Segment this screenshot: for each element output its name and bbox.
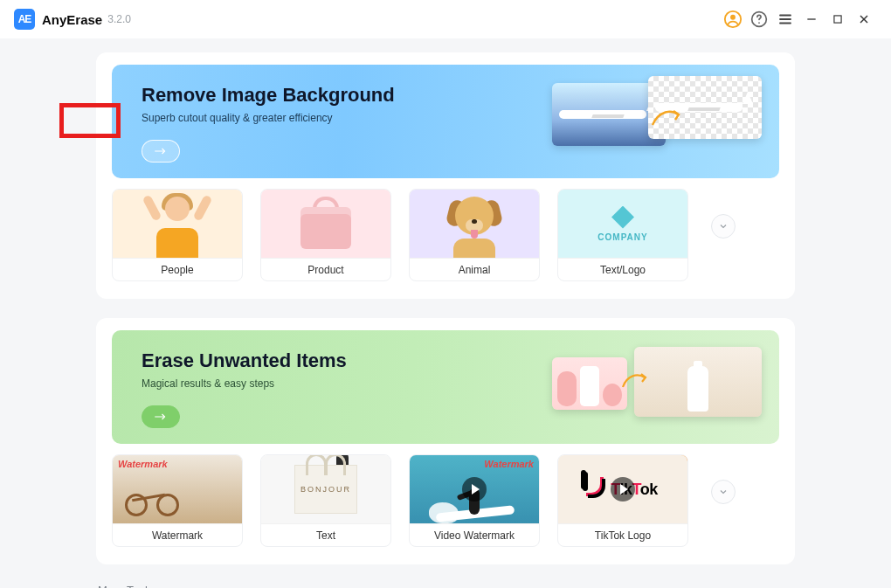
category-label: Video Watermark bbox=[410, 523, 539, 546]
bg-category-row: People Product Animal COMPANY Text/Lo bbox=[112, 189, 779, 281]
watermark-badge: Watermark bbox=[118, 459, 168, 469]
erase-items-panel: Erase Unwanted Items Magical results & e… bbox=[96, 318, 795, 564]
category-label: Animal bbox=[410, 258, 539, 280]
maximize-button[interactable] bbox=[825, 6, 851, 32]
app-name: AnyErase bbox=[42, 12, 102, 27]
account-icon[interactable] bbox=[720, 6, 746, 32]
category-product[interactable]: Product bbox=[260, 189, 391, 281]
watermark-badge: Watermark bbox=[484, 459, 534, 469]
category-video-watermark[interactable]: Watermark Video Watermark bbox=[409, 454, 540, 547]
svg-rect-8 bbox=[834, 16, 841, 23]
category-watermark[interactable]: Watermark Watermark bbox=[112, 454, 243, 547]
close-button[interactable] bbox=[851, 6, 877, 32]
svg-point-3 bbox=[758, 22, 760, 24]
hero-title: Remove Image Background bbox=[142, 84, 395, 107]
category-label: Text/Logo bbox=[558, 258, 687, 280]
company-icon bbox=[611, 206, 634, 229]
tutorial-highlight bbox=[59, 103, 121, 138]
hero-subtitle: Superb cutout quality & greater efficien… bbox=[142, 112, 333, 124]
category-label: People bbox=[113, 258, 242, 280]
remove-background-panel: Remove Image Background Superb cutout qu… bbox=[96, 52, 795, 299]
category-animal[interactable]: Animal bbox=[409, 189, 540, 281]
category-people[interactable]: People bbox=[112, 189, 243, 281]
app-logo: AE bbox=[14, 9, 35, 30]
category-label: Text bbox=[261, 523, 390, 546]
erase-items-hero[interactable]: Erase Unwanted Items Magical results & e… bbox=[112, 330, 779, 444]
title-bar: AE AnyErase 3.2.0 bbox=[0, 0, 891, 38]
remove-background-go-button[interactable] bbox=[142, 140, 180, 163]
category-label: TikTok Logo bbox=[558, 523, 687, 546]
hero-illustration bbox=[552, 354, 753, 424]
animal-thumb bbox=[410, 190, 539, 258]
minimize-button[interactable] bbox=[798, 6, 825, 32]
people-thumb bbox=[113, 190, 242, 258]
hero-subtitle: Magical results & easy steps bbox=[142, 377, 274, 390]
erase-category-row: Watermark Watermark BONJOUR Text Waterma… bbox=[112, 454, 779, 547]
product-thumb bbox=[261, 190, 390, 258]
play-icon bbox=[462, 477, 487, 502]
category-label: Product bbox=[261, 258, 390, 280]
hero-illustration bbox=[552, 88, 753, 158]
category-label: Watermark bbox=[113, 523, 242, 546]
main-content: Remove Image Background Superb cutout qu… bbox=[0, 38, 891, 588]
help-icon[interactable] bbox=[746, 6, 772, 32]
bg-categories-expand-button[interactable] bbox=[711, 214, 736, 239]
category-tiktok-logo[interactable]: HOT! TikTok TikTok Logo bbox=[557, 454, 688, 547]
more-tools-heading: More Tools: bbox=[98, 584, 795, 588]
erase-items-go-button[interactable] bbox=[142, 405, 180, 428]
category-text[interactable]: BONJOUR Text bbox=[260, 454, 391, 547]
app-version: 3.2.0 bbox=[107, 13, 131, 25]
menu-icon[interactable] bbox=[772, 6, 798, 32]
play-icon bbox=[611, 477, 635, 502]
hero-title: Erase Unwanted Items bbox=[142, 349, 347, 372]
svg-point-1 bbox=[730, 15, 736, 20]
erase-categories-expand-button[interactable] bbox=[711, 480, 736, 504]
app-logo-text: AE bbox=[18, 13, 31, 25]
watermark-thumb: Watermark bbox=[113, 455, 242, 523]
video-watermark-thumb: Watermark bbox=[410, 455, 539, 523]
tote-text: BONJOUR bbox=[300, 485, 351, 494]
category-text-logo[interactable]: COMPANY Text/Logo bbox=[557, 189, 688, 281]
remove-background-hero[interactable]: Remove Image Background Superb cutout qu… bbox=[112, 65, 779, 178]
company-word: COMPANY bbox=[597, 232, 647, 242]
text-thumb: BONJOUR bbox=[261, 455, 390, 523]
textlogo-thumb: COMPANY bbox=[558, 190, 687, 258]
tiktok-thumb: TikTok bbox=[558, 455, 687, 523]
